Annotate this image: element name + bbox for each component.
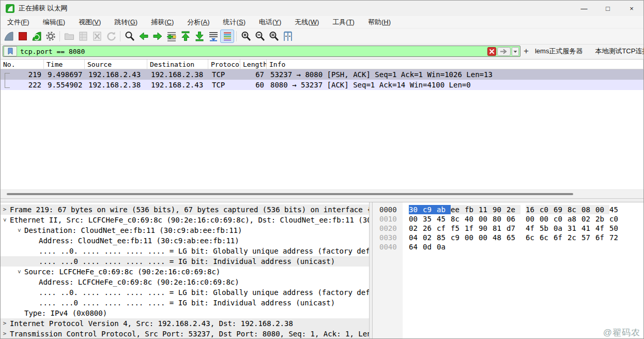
restart-capture-icon[interactable] [29, 30, 43, 43]
hex-byte[interactable]: 02 [581, 214, 595, 224]
hex-byte[interactable]: ee [451, 205, 465, 214]
detail-line[interactable]: >Internet Protocol Version 4, Src: 192.1… [1, 318, 369, 329]
menu-item-y[interactable]: 电话(Y) [252, 16, 288, 28]
zoom-original-icon[interactable] [267, 30, 281, 43]
hex-byte[interactable]: fb [465, 205, 479, 214]
hex-byte[interactable]: 5b [540, 224, 554, 233]
hex-byte[interactable]: 0a [554, 224, 568, 233]
menu-item-a[interactable]: 分析(A) [180, 16, 216, 28]
detail-line[interactable]: >Frame 219: 67 bytes on wire (536 bits),… [1, 204, 369, 215]
hex-byte[interactable]: a8 [568, 214, 581, 224]
vertical-splitter[interactable] [369, 202, 373, 339]
hex-byte[interactable]: c0 [609, 214, 623, 224]
resize-columns-icon[interactable] [281, 30, 295, 43]
hex-byte[interactable]: 6f [554, 233, 568, 242]
hex-byte[interactable]: 72 [609, 233, 623, 242]
expand-arrow-icon[interactable]: > [14, 228, 24, 233]
hex-byte[interactable]: 2b [595, 214, 609, 224]
hex-byte[interactable]: 1f [465, 224, 479, 233]
find-packet-icon[interactable] [122, 30, 136, 43]
hex-byte[interactable]: 8c [568, 205, 581, 214]
hex-byte[interactable]: 6f [595, 233, 609, 242]
detail-line[interactable]: .... ..0. .... .... .... .... = LG bit: … [1, 287, 369, 298]
detail-line[interactable]: .... ...0 .... .... .... .... = IG bit: … [1, 298, 369, 308]
hex-byte[interactable]: 0d [423, 242, 437, 252]
menu-item-v[interactable]: 视图(V) [72, 16, 108, 28]
detail-line[interactable]: Address: LCFCHeFe_c0:69:8c (90:2e:16:c0:… [1, 277, 369, 287]
minimize-button[interactable]: — [572, 1, 596, 16]
hex-byte[interactable]: 80 [493, 214, 507, 224]
hex-row[interactable]: 0030040285c9000048656c6c6f2c576f72 [373, 233, 643, 242]
hex-byte[interactable]: 6c [540, 233, 554, 242]
hex-byte[interactable]: d7 [507, 224, 520, 233]
hex-byte[interactable]: f5 [451, 224, 465, 233]
hex-byte[interactable]: 45 [609, 205, 623, 214]
hex-byte[interactable]: c0 [540, 205, 554, 214]
hex-byte[interactable]: 6c [526, 233, 540, 242]
hex-byte[interactable]: 90 [493, 205, 507, 214]
go-forward-icon[interactable] [150, 30, 164, 43]
filter-shortcut-button-1[interactable]: 本地测试TCP连接 [589, 47, 644, 56]
packet-row[interactable]: 2199.498697192.168.2.43192.168.2.38TCP67… [1, 69, 643, 80]
hex-byte[interactable]: 04 [409, 233, 423, 242]
hex-byte[interactable]: 81 [493, 224, 507, 233]
go-to-top-icon[interactable] [178, 30, 192, 43]
hex-byte[interactable]: 50 [609, 224, 623, 233]
filter-bookmark-icon[interactable] [4, 46, 17, 56]
hex-byte[interactable]: cf [437, 224, 451, 233]
hex-byte[interactable]: 00 [479, 233, 493, 242]
hex-byte[interactable]: 00 [540, 214, 554, 224]
hex-byte[interactable]: 00 [465, 233, 479, 242]
expand-arrow-icon[interactable]: > [2, 318, 7, 329]
detail-line[interactable]: Address: CloudNet_ee:fb:11 (30:c9:ab:ee:… [1, 235, 369, 246]
zoom-in-icon[interactable] [239, 30, 253, 43]
hex-byte[interactable]: 45 [437, 214, 451, 224]
hex-byte[interactable]: 00 [526, 214, 540, 224]
detail-line[interactable]: Type: IPv4 (0x0800) [1, 308, 369, 318]
column-header-info[interactable]: Info [267, 60, 643, 69]
menu-item-s[interactable]: 统计(S) [217, 16, 252, 28]
hex-byte[interactable]: ab [437, 205, 451, 214]
stop-capture-icon[interactable] [16, 30, 29, 43]
filter-dropdown-icon[interactable] [512, 47, 519, 56]
hex-byte[interactable]: 11 [479, 205, 493, 214]
hex-byte[interactable]: 00 [479, 214, 493, 224]
hex-byte[interactable]: 06 [507, 214, 520, 224]
hex-byte[interactable]: 57 [581, 233, 595, 242]
hex-byte[interactable]: 2e [507, 205, 520, 214]
hex-byte[interactable]: 2c [568, 233, 581, 242]
hex-byte[interactable]: 85 [437, 233, 451, 242]
apply-filter-icon[interactable] [497, 47, 511, 56]
hex-byte[interactable]: c9 [451, 233, 465, 242]
go-to-packet-icon[interactable] [164, 30, 178, 43]
detail-line[interactable]: .... ...0 .... .... .... .... = IG bit: … [1, 256, 369, 267]
hex-byte[interactable]: 64 [409, 242, 423, 252]
save-file-icon[interactable] [76, 30, 90, 43]
capture-options-icon[interactable] [43, 30, 57, 43]
hex-byte[interactable]: 02 [423, 233, 437, 242]
hex-byte[interactable]: 00 [409, 214, 423, 224]
horizontal-scrollbar[interactable] [1, 189, 643, 198]
hex-row[interactable]: 00200226cff51f9081d74f5b0a31414f50 [373, 224, 643, 233]
hex-byte[interactable]: 35 [423, 214, 437, 224]
menu-item-w[interactable]: 无线(W) [288, 16, 326, 28]
scrollbar-thumb[interactable] [7, 193, 573, 195]
hex-byte[interactable]: 4f [526, 224, 540, 233]
hex-byte[interactable]: c9 [423, 205, 437, 214]
hex-byte[interactable]: 4f [595, 224, 609, 233]
auto-scroll-icon[interactable] [206, 30, 220, 43]
hex-byte[interactable]: 48 [493, 233, 507, 242]
close-button[interactable]: × [620, 1, 643, 16]
hex-byte[interactable]: 00 [595, 205, 609, 214]
detail-line[interactable]: >Destination: CloudNet_ee:fb:11 (30:c9:a… [1, 225, 369, 235]
filter-input[interactable] [18, 48, 487, 55]
go-back-icon[interactable] [136, 30, 150, 43]
expand-arrow-icon[interactable]: > [14, 269, 24, 274]
hex-byte[interactable]: 31 [568, 224, 581, 233]
hex-byte[interactable]: 41 [581, 224, 595, 233]
hex-byte[interactable]: 69 [554, 205, 568, 214]
menu-item-f[interactable]: 文件(F) [1, 16, 36, 28]
expand-arrow-icon[interactable]: > [2, 204, 7, 215]
hex-byte[interactable]: 16 [526, 205, 540, 214]
hex-byte[interactable]: 30 [409, 205, 423, 214]
